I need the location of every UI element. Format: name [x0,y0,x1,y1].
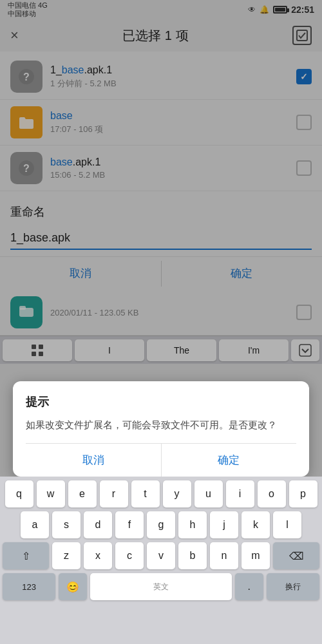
key-w[interactable]: w [37,480,65,507]
key-d[interactable]: d [84,511,112,538]
key-123[interactable]: 123 [3,573,55,600]
key-f[interactable]: f [115,511,144,538]
key-h[interactable]: h [178,511,207,538]
key-v[interactable]: v [147,542,175,569]
dialog-actions: 取消 确定 [26,443,296,477]
key-period[interactable]: . [235,573,263,600]
key-p[interactable]: p [289,480,317,507]
key-space[interactable]: 英文 [90,573,231,600]
key-l[interactable]: l [273,511,301,538]
key-e[interactable]: e [68,480,97,507]
key-r[interactable]: r [100,480,128,507]
dialog-title: 提示 [26,394,296,410]
dialog-box: 提示 如果改变文件扩展名，可能会导致文件不可用。是否更改？ 取消 确定 [13,381,309,477]
key-n[interactable]: n [210,542,238,569]
key-t[interactable]: t [131,480,160,507]
key-k[interactable]: k [242,511,270,538]
key-y[interactable]: y [163,480,191,507]
key-u[interactable]: u [194,480,223,507]
key-b[interactable]: b [178,542,207,569]
keyboard-rows: q w e r t y u i o p a s d f g h j k l ⇧ … [0,477,322,644]
keyboard-row-3: ⇧ z x c v b n m ⌫ [3,542,319,569]
keyboard-area: q w e r t y u i o p a s d f g h j k l ⇧ … [0,477,322,644]
keyboard-row-1: q w e r t y u i o p [3,480,319,507]
key-return[interactable]: 换行 [267,573,319,600]
key-o[interactable]: o [258,480,286,507]
keyboard-row-2: a s d f g h j k l [3,511,319,538]
key-backspace[interactable]: ⌫ [273,542,319,569]
keyboard-row-4: 123 😊 英文 . 换行 [3,573,319,600]
dialog-content: 如果改变文件扩展名，可能会导致文件不可用。是否更改？ [26,417,296,433]
key-c[interactable]: c [115,542,144,569]
key-emoji[interactable]: 😊 [59,573,87,600]
key-z[interactable]: z [52,542,80,569]
key-x[interactable]: x [84,542,112,569]
dialog-confirm-button[interactable]: 确定 [162,444,297,477]
key-q[interactable]: q [5,480,33,507]
key-i[interactable]: i [226,480,254,507]
key-s[interactable]: s [52,511,80,538]
key-j[interactable]: j [210,511,238,538]
dialog-cancel-button[interactable]: 取消 [26,444,161,477]
key-a[interactable]: a [21,511,49,538]
key-shift[interactable]: ⇧ [3,542,49,569]
key-g[interactable]: g [147,511,175,538]
key-m[interactable]: m [242,542,270,569]
